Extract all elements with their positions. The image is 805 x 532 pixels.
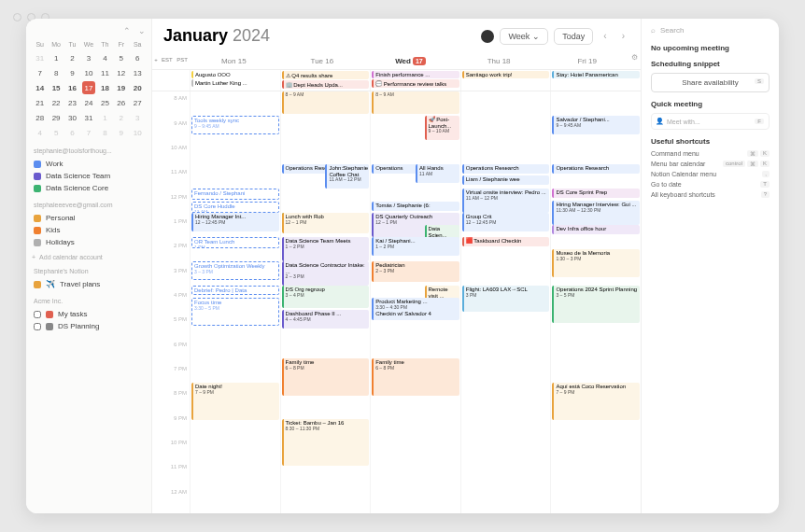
day-header: Tue 16 xyxy=(278,53,367,69)
search-input[interactable]: ⌕Search xyxy=(651,26,770,35)
next-button[interactable]: › xyxy=(617,28,629,44)
event[interactable]: 8 – 9 AM xyxy=(372,91,459,114)
calendar-data-science-team[interactable]: Data Science Team xyxy=(32,170,146,182)
event[interactable]: Ticket: Bambu – Jan 168:30 – 11:30 PM xyxy=(282,419,370,466)
event[interactable]: Aquí está Coco Reservation7 – 9 PM xyxy=(552,383,640,420)
person-icon: 👤 xyxy=(656,118,664,125)
today-button[interactable]: Today xyxy=(554,28,593,45)
event[interactable]: DS Core Sprint Prep xyxy=(552,189,640,198)
event[interactable]: Kai / Stephani...1 – 2 PM xyxy=(372,237,459,256)
main-calendar: January 2024 Week⌄ Today ‹ › +ESTPST Mon… xyxy=(152,19,641,513)
event[interactable]: Date night!7 – 9 PM xyxy=(191,383,279,420)
day-header: Wed17 xyxy=(366,53,455,69)
event[interactable]: Hiring Manager Int...12 – 12:45 PM xyxy=(191,213,279,231)
allday-event[interactable]: Finish performance ... xyxy=(372,71,459,78)
allday-event[interactable]: Stay: Hotel Panamerican xyxy=(552,71,640,78)
calendar-data-science-core[interactable]: Data Science Core xyxy=(32,182,146,194)
event[interactable]: 8 – 9 AM xyxy=(282,91,370,114)
event[interactable]: Checkin w/ Salvador 4 xyxy=(372,310,459,319)
event[interactable]: Operations 2024 Sprint Planning3 – 5 PM xyxy=(552,286,640,323)
event[interactable]: Virtual onsite interview: Pedro ...11 AM… xyxy=(462,189,550,213)
event[interactable]: Family time6 – 8 PM xyxy=(282,358,370,396)
event[interactable]: Hiring Manager Interview: Gui ...11:30 A… xyxy=(552,201,640,225)
event[interactable]: Tools weekly sync9 – 9:45 AM xyxy=(191,116,279,134)
my-tasks[interactable]: My tasks xyxy=(32,308,146,320)
event[interactable]: 🟥 Taskboard Checkin xyxy=(462,237,550,246)
event[interactable]: Fernando / Stephani xyxy=(191,189,279,200)
shortcut-row[interactable]: All keyboard shortcuts? xyxy=(651,191,770,198)
day-header: Thu 18 xyxy=(455,53,544,69)
shortcut-row[interactable]: Menu bar calendarcontrol⌘K xyxy=(651,161,770,167)
shortcut-row[interactable]: Go to dateT xyxy=(651,181,770,188)
no-upcoming: No upcoming meeting xyxy=(651,44,770,52)
allday-event[interactable]: 🏢 Dept Heads Upda... xyxy=(282,80,370,89)
settings-icon[interactable]: ⚙ xyxy=(631,53,641,69)
allday-event[interactable]: Martin Luther King ... xyxy=(191,79,279,87)
day-header: Fri 19 xyxy=(543,53,631,69)
event[interactable]: Family time6 – 8 PM xyxy=(372,358,459,396)
event[interactable]: OR Team Lunch1 PM xyxy=(191,237,279,248)
allday-event[interactable]: ⚠ Q4 results share xyxy=(282,71,370,79)
event[interactable]: Pediatrician2 – 3 PM xyxy=(372,261,459,282)
event[interactable]: Dashboard Phase II ...4 – 4:45 PM xyxy=(282,310,370,329)
day-header: Mon 15 xyxy=(190,53,278,69)
share-availability-button[interactable]: Share availabilityS xyxy=(651,73,770,92)
acme-section: Acme Inc. xyxy=(34,298,146,304)
event[interactable]: Debrief: Pedro | Data xyxy=(191,286,279,295)
event[interactable]: DS Org regroup3 – 4 PM xyxy=(282,286,370,308)
event[interactable]: Data Science Contractor Intake: ...2 – 3… xyxy=(282,261,370,286)
event[interactable]: Operations Research xyxy=(462,164,550,174)
event[interactable]: All Hands11 AM xyxy=(416,164,459,183)
event[interactable]: 🚀 Post-Launch...9 – 10 AM xyxy=(425,116,459,140)
event[interactable]: Lunch with Rob12 – 1 PM xyxy=(282,213,370,233)
event[interactable]: Tomás / Stephanie (6: xyxy=(372,202,459,211)
allday-event[interactable]: Augusto OOO xyxy=(191,71,279,78)
sidebar: ⌃⌄ SuMoTuWeThFrSa 3112345678910111213141… xyxy=(26,19,152,513)
shortcut-row[interactable]: Command menu⌘K xyxy=(651,150,770,157)
chevron-down-icon: ⌄ xyxy=(532,32,540,41)
right-panel: ⌕Search No upcoming meeting Scheduling s… xyxy=(641,19,779,513)
avatar[interactable] xyxy=(481,30,494,43)
chevron-up-icon[interactable]: ⌃ xyxy=(123,26,131,35)
view-selector[interactable]: Week⌄ xyxy=(500,28,548,45)
event[interactable]: Focus time3:30 – 5 PM xyxy=(191,298,279,326)
event[interactable]: Flight: LA603 LAX→SCL3 PM xyxy=(462,286,550,312)
event[interactable]: Growth Optimization Weekly3 – 3 PM xyxy=(191,261,279,280)
search-icon: ⌕ xyxy=(651,26,656,35)
calendar-work[interactable]: Work xyxy=(32,158,146,170)
add-calendar-account[interactable]: +Add calendar account xyxy=(32,254,146,260)
notion-section: Stephanie's Notion xyxy=(34,268,146,274)
event[interactable]: Operations Research xyxy=(552,164,640,174)
calendar-holidays[interactable]: Holidays xyxy=(32,236,146,248)
event[interactable]: Dev Infra office hour xyxy=(552,225,640,234)
ds-planning[interactable]: DS Planning xyxy=(32,320,146,332)
chevron-down-icon[interactable]: ⌄ xyxy=(138,26,146,35)
allday-event[interactable]: 💬 Performance review talks xyxy=(372,79,459,88)
prev-button[interactable]: ‹ xyxy=(599,28,611,44)
calendar-kids[interactable]: Kids xyxy=(32,224,146,236)
allday-event[interactable]: Santiago work trip! xyxy=(462,71,550,78)
shortcut-row[interactable]: Notion Calendar menu, xyxy=(651,171,770,177)
event[interactable]: Museo de la Memoria1:30 – 3 PM xyxy=(552,249,640,277)
event[interactable]: DS Core Huddle11 AM xyxy=(191,202,279,213)
event[interactable]: Data Science Team Meets1 – 2 PM xyxy=(282,237,370,261)
event[interactable]: John:Stephanie Coffee Chat11 AM – 12 PM xyxy=(325,164,369,189)
event[interactable]: Liam / Stephanie wee xyxy=(462,175,550,185)
event[interactable]: Salvador / Stephani...9 – 9:45 AM xyxy=(552,116,640,134)
event[interactable]: Group Crit12 – 12:45 PM xyxy=(462,213,550,231)
meet-with-input[interactable]: 👤Meet with...F xyxy=(651,113,770,130)
travel-plans[interactable]: ✈️Travel plans xyxy=(32,278,146,290)
calendar-personal[interactable]: Personal xyxy=(32,212,146,224)
page-title: January 2024 xyxy=(163,26,475,46)
